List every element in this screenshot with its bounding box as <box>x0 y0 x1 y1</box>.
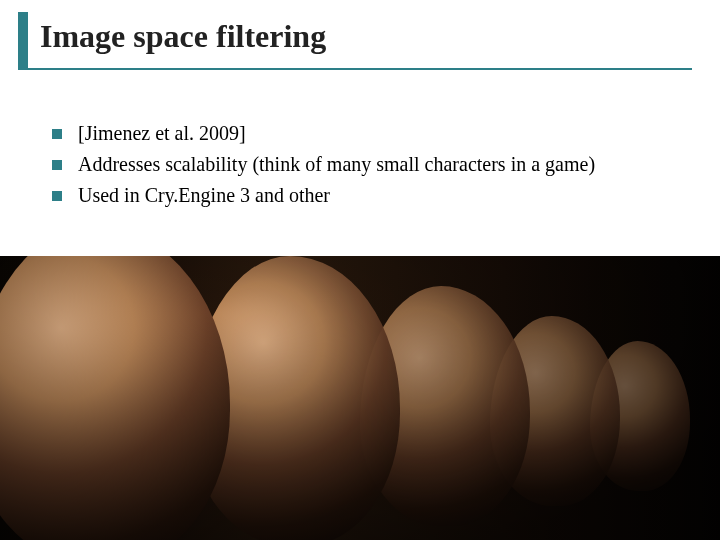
bullet-text: Addresses scalability (think of many sma… <box>78 151 680 178</box>
bullet-icon <box>52 191 62 201</box>
list-item: Addresses scalability (think of many sma… <box>52 151 680 178</box>
list-item: Used in Cry.Engine 3 and other <box>52 182 680 209</box>
bullet-list: [Jimenez et al. 2009] Addresses scalabil… <box>52 120 680 213</box>
illustration-image <box>0 256 720 540</box>
bullet-text: Used in Cry.Engine 3 and other <box>78 182 680 209</box>
slide-title: Image space filtering <box>18 12 692 65</box>
bullet-icon <box>52 129 62 139</box>
bullet-icon <box>52 160 62 170</box>
title-underline <box>18 68 692 70</box>
image-vignette <box>0 256 720 540</box>
title-block: Image space filtering <box>18 12 692 65</box>
bullet-text: [Jimenez et al. 2009] <box>78 120 680 147</box>
list-item: [Jimenez et al. 2009] <box>52 120 680 147</box>
slide: Image space filtering [Jimenez et al. 20… <box>0 0 720 540</box>
title-accent-bar <box>18 12 28 68</box>
